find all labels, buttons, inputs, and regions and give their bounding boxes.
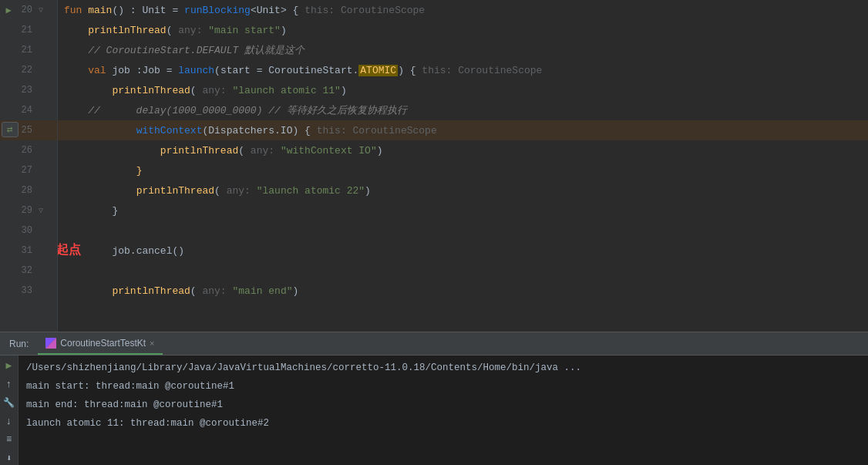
run-up-btn[interactable]: ↑ — [2, 377, 16, 391]
kw-fun: fun — [64, 5, 88, 16]
atomic-text: ATOMIC — [358, 65, 398, 76]
code-line-24: // delay(1000_0000_0000) // 等待好久之后恢复协程执行 — [58, 100, 868, 120]
fn-printlnThread-5: printlnThread — [112, 285, 190, 297]
gutter-row-23: 23 — [0, 80, 57, 100]
run-icon-20[interactable]: ▶ — [3, 5, 14, 15]
fn-printlnThread-2: printlnThread — [112, 85, 190, 96]
gutter-row-28: 28 — [0, 180, 57, 200]
line-gutter: ▶ 20 ▽ 21 21 22 — [0, 0, 58, 332]
fn-main: main — [88, 5, 112, 16]
gutter-row-20: ▶ 20 ▽ — [0, 0, 57, 20]
code-lines: 挂起点 fun main() : Unit = runBlocking<Unit… — [58, 0, 868, 332]
gutter-row-29: 29 ▽ — [0, 200, 57, 221]
run-play-btn[interactable]: ▶ — [2, 359, 16, 372]
gutter-row-30: 30 — [0, 221, 57, 241]
line-num-32: 32 — [14, 265, 35, 276]
code-line-28: printlnThread( any: "launch atomic 22") — [58, 180, 868, 200]
editor-area: ▶ 20 ▽ 21 21 22 — [0, 0, 868, 332]
code-line-30 — [58, 221, 868, 241]
code-line-26: printlnThread( any: "withContext IO") — [58, 140, 868, 160]
run-sidebar: ▶ ↑ 🔧 ↓ ≡ ⬇ — [0, 355, 19, 465]
line-num-31: 31 — [14, 245, 35, 256]
line-num-24: 24 — [14, 105, 35, 116]
code-line-33: printlnThread( any: "main end") — [58, 281, 868, 301]
code-line-31: job.cancel() — [58, 241, 868, 261]
code-line-27: } — [58, 160, 868, 180]
gutter-row-24: 24 — [0, 100, 57, 120]
gutter-row-31: 31 — [0, 241, 57, 261]
run-output-line-1: main start: thread:main @coroutine#1 — [26, 377, 860, 396]
line-num-23: 23 — [14, 85, 35, 96]
job-cancel: job.cancel() — [112, 245, 184, 257]
gutter-row-33: 33 — [0, 281, 57, 301]
line-num-28: 28 — [14, 185, 35, 196]
fn-printlnThread-1: printlnThread — [88, 25, 166, 36]
line-num-comment1: 21 — [14, 45, 35, 56]
run-text: /Users/shizhenjiang/Library/Java/JavaVir… — [19, 355, 868, 465]
gutter-row-25: ⇄ 25 — [0, 120, 57, 140]
run-output-line-3: launch atomic 11: thread:main @coroutine… — [26, 414, 860, 433]
run-tab-close[interactable]: × — [150, 339, 154, 348]
fn-withContext: withContext — [136, 125, 203, 136]
line-num-22: 22 — [14, 65, 35, 76]
line-num-20: 20 — [14, 5, 35, 15]
code-line-29: } — [58, 200, 868, 221]
fn-printlnThread-3: printlnThread — [160, 145, 238, 157]
swap-icon-25[interactable]: ⇄ — [2, 122, 19, 137]
run-down-btn[interactable]: ↓ — [2, 414, 16, 428]
run-panel: Run: CoroutineStartTestKt × ▶ ↑ 🔧 ↓ ≡ ⬇ — [0, 332, 868, 465]
kotlin-icon — [45, 338, 56, 349]
code-line-20: fun main() : Unit = runBlocking<Unit> { … — [58, 0, 868, 20]
run-tab-bar: Run: CoroutineStartTestKt × — [0, 332, 868, 355]
gutter-row-32: 32 — [0, 261, 57, 281]
code-line-22: val job :Job = launch(start = CoroutineS… — [58, 60, 868, 80]
fold-icon-29[interactable]: ▽ — [35, 205, 46, 216]
gutter-row-22: 22 — [0, 60, 57, 80]
run-output-area: ▶ ↑ 🔧 ↓ ≡ ⬇ /Users/shizhenjiang/Library/… — [0, 355, 868, 465]
line-num-26: 26 — [14, 145, 35, 156]
code-line-25: withContext(Dispatchers.IO) { this: Coro… — [58, 120, 868, 140]
line-num-29: 29 — [14, 205, 35, 216]
fn-launch: launch — [178, 65, 214, 76]
run-label: Run: — [6, 339, 32, 349]
annotation-label: 挂起点 — [58, 242, 81, 258]
ide-window: ▶ 20 ▽ 21 21 22 — [0, 0, 868, 465]
code-line-32 — [58, 261, 868, 281]
run-wrench-btn[interactable]: 🔧 — [2, 396, 16, 409]
run-tab[interactable]: CoroutineStartTestKt × — [38, 332, 162, 355]
fold-icon-20[interactable]: ▽ — [35, 5, 46, 15]
gutter-row-26: 26 — [0, 140, 57, 160]
line-num-33: 33 — [14, 285, 35, 296]
run-output-line-2: main end: thread:main @coroutine#1 — [26, 396, 860, 414]
gutter-row-27: 27 — [0, 160, 57, 180]
code-line-23: printlnThread( any: "launch atomic 11") — [58, 80, 868, 100]
line-num-27: 27 — [14, 165, 35, 176]
gutter-row-21: 21 — [0, 20, 57, 40]
fn-printlnThread-4: printlnThread — [136, 185, 214, 197]
gutter-row-comment1: 21 — [0, 40, 57, 60]
run-filter-btn[interactable]: ≡ — [2, 433, 16, 446]
run-output-line-0: /Users/shizhenjiang/Library/Java/JavaVir… — [26, 359, 860, 377]
line-num-21: 21 — [14, 25, 35, 35]
run-tab-name: CoroutineStartTestKt — [60, 338, 146, 349]
line-num-30: 30 — [14, 225, 35, 236]
run-save-btn[interactable]: ⬇ — [2, 451, 16, 465]
code-line-comment1: // CoroutineStart.DEFAULT 默认就是这个 — [58, 40, 868, 60]
code-line-21: printlnThread( any: "main start") — [58, 20, 868, 40]
